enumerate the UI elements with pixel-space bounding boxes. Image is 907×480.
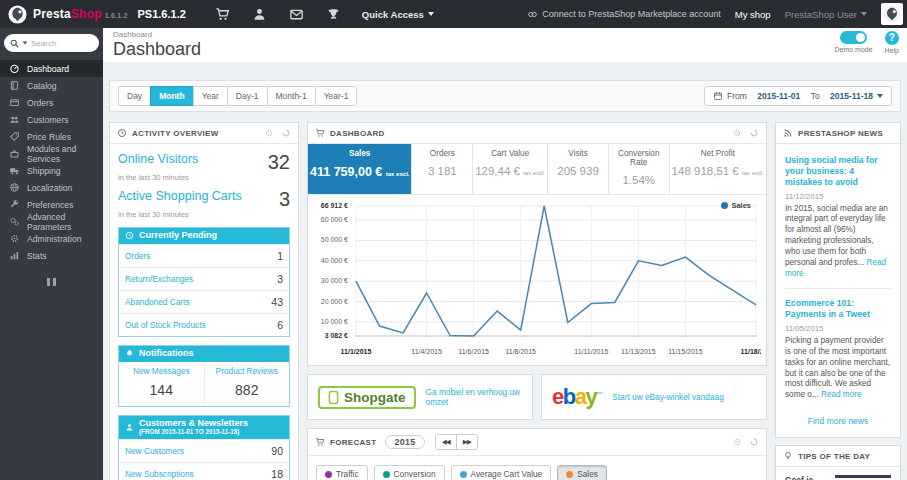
refresh-icon[interactable]: [749, 437, 759, 447]
sidebar-item-localization[interactable]: Localization: [0, 179, 103, 196]
sidebar-search[interactable]: [4, 34, 99, 52]
table-row[interactable]: Out of Stock Products6: [119, 313, 289, 336]
range-month-button[interactable]: Month: [150, 86, 194, 106]
date-toolbar: Day Month Year Day-1 Month-1 Year-1 From…: [109, 80, 901, 112]
globe-icon: [9, 182, 20, 193]
gear-icon[interactable]: [732, 128, 742, 138]
breadcrumb[interactable]: Dashboard: [113, 30, 897, 39]
sidebar-item-advanced-parameters[interactable]: Advanced Parameters: [0, 213, 103, 230]
customers-quick-icon[interactable]: [252, 7, 267, 22]
kpi-tab-cart-value[interactable]: Cart Value129,44 € tax excl.: [473, 144, 548, 194]
forecast-year[interactable]: 2015: [385, 435, 424, 449]
trophy-icon[interactable]: [326, 7, 341, 22]
forecast-prev-button[interactable]: ◀◀: [435, 434, 457, 450]
search-input[interactable]: [31, 39, 83, 48]
date-range-picker[interactable]: From 2015-11-01 To 2015-11-18: [704, 86, 892, 106]
prestashop-logo-icon: [8, 5, 27, 24]
kpi-tab-visits[interactable]: Visits205 939: [548, 144, 609, 194]
chart-plot-area[interactable]: [355, 205, 757, 337]
article-title[interactable]: Using social media for your business: 4 …: [785, 155, 891, 188]
shop-name[interactable]: PS1.6.1.2: [138, 8, 186, 20]
toggle-average-cart-value[interactable]: Average Cart Value: [451, 465, 552, 480]
demo-mode-toggle[interactable]: [840, 31, 867, 44]
sidebar-item-modules[interactable]: Modules and Services: [0, 145, 103, 162]
sidebar-item-catalog[interactable]: Catalog: [0, 77, 103, 94]
active-carts-link[interactable]: Active Shopping Carts: [118, 189, 242, 203]
ebay-ad[interactable]: ebay™ Start uw eBay-winkel vandaag: [541, 374, 767, 420]
range-month-1-button[interactable]: Month-1: [267, 86, 316, 106]
refresh-icon[interactable]: [749, 128, 759, 138]
user-avatar[interactable]: [881, 3, 903, 25]
table-row[interactable]: Orders1: [119, 244, 289, 267]
table-row[interactable]: New Subscriptions18: [119, 462, 289, 480]
range-day-1-button[interactable]: Day-1: [227, 86, 268, 106]
shopgate-link[interactable]: Ga mobiel en verhoog uw omzet: [426, 387, 522, 407]
section-title: Currently Pending: [139, 231, 217, 241]
sidebar-item-administration[interactable]: Administration: [0, 230, 103, 247]
lightbulb-icon: [783, 451, 793, 461]
kpi-tab-sales[interactable]: Sales411 759,00 € tax excl.: [308, 144, 412, 194]
table-row[interactable]: Abandoned Carts43: [119, 290, 289, 313]
marketplace-link[interactable]: Connect to PrestaShop Marketplace accoun…: [527, 9, 721, 20]
chevron-down-icon: [23, 41, 28, 44]
sidebar-item-shipping[interactable]: Shipping: [0, 162, 103, 179]
gear-icon[interactable]: [732, 437, 742, 447]
cart-icon[interactable]: [215, 7, 230, 22]
forecast-toggles: Traffic Conversion Average Cart Value Sa…: [308, 456, 766, 480]
credit-card-icon: [9, 97, 20, 108]
range-button-group: Day Month Year Day-1 Month-1 Year-1: [118, 86, 357, 106]
range-year-1-button[interactable]: Year-1: [315, 86, 358, 106]
panel-title: DASHBOARD: [330, 129, 385, 138]
sidebar-item-dashboard[interactable]: Dashboard: [0, 60, 103, 77]
panel-title: TIPS OF THE DAY: [798, 452, 870, 461]
article-date: 11/12/2015: [785, 192, 891, 201]
currently-pending-table: Currently Pending Orders1 Return/Exchang…: [118, 227, 290, 337]
article-title[interactable]: Ecommerce 101: Payments in a Tweet: [785, 298, 891, 320]
help-icon[interactable]: ?: [885, 31, 899, 45]
toggle-conversion[interactable]: Conversion: [374, 465, 445, 480]
main-content: Dashboard Dashboard Demo mode ? Help Day…: [103, 28, 907, 480]
sidebar-item-customers[interactable]: Customers: [0, 111, 103, 128]
shopgate-logo: Shopgate: [318, 386, 416, 409]
refresh-icon[interactable]: [281, 128, 291, 138]
sidebar-item-orders[interactable]: Orders: [0, 94, 103, 111]
table-row[interactable]: Return/Exchanges3: [119, 267, 289, 290]
user-menu[interactable]: PrestaShop User: [785, 9, 867, 20]
collapse-menu-button[interactable]: [46, 278, 58, 286]
sidebar-item-stats[interactable]: Stats: [0, 247, 103, 264]
my-shop-link[interactable]: My shop: [735, 9, 771, 20]
chevron-down-icon: [428, 12, 434, 16]
news-article: Ecommerce 101: Payments in a Tweet 11/05…: [785, 288, 891, 410]
sidebar-item-price-rules[interactable]: Price Rules: [0, 128, 103, 145]
toggle-traffic[interactable]: Traffic: [316, 465, 368, 480]
read-more-link[interactable]: Read more: [821, 390, 862, 399]
gear-icon[interactable]: [264, 128, 274, 138]
new-messages-cell[interactable]: New Messages144: [119, 362, 204, 406]
forecast-next-button[interactable]: ▶▶: [456, 434, 478, 450]
notifications-table: Notifications New Messages144 Product Re…: [118, 345, 290, 407]
dashboard-trends-panel: DASHBOARD Sales411 759,00 € tax excl. Or…: [307, 122, 767, 366]
cogs-icon: [9, 216, 20, 227]
shopgate-ad[interactable]: Shopgate Ga mobiel en verhoog uw omzet: [307, 374, 533, 420]
article-excerpt: In 2015, social media are an integral pa…: [785, 204, 891, 280]
range-day-button[interactable]: Day: [118, 86, 151, 106]
quick-access-menu[interactable]: Quick Access: [362, 9, 434, 20]
tips-of-the-day-panel: TIPS OF THE DAY ingenico Payment service…: [775, 445, 901, 480]
table-row[interactable]: New Customers90: [119, 439, 289, 462]
forecast-panel: FORECAST 2015 ◀◀ ▶▶ Traffic Conversion A…: [307, 428, 767, 480]
sidebar-item-preferences[interactable]: Preferences: [0, 196, 103, 213]
article-date: 11/05/2015: [785, 324, 891, 333]
product-reviews-cell[interactable]: Product Reviews882: [204, 362, 290, 406]
find-more-news-link[interactable]: Find more news: [785, 410, 891, 428]
person-icon: [125, 423, 134, 432]
online-visitors-link[interactable]: Online Visitors: [118, 152, 198, 166]
range-year-button[interactable]: Year: [193, 86, 228, 106]
ebay-link[interactable]: Start uw eBay-winkel vandaag: [612, 392, 724, 402]
kpi-tab-net-profit[interactable]: Net Profit148 918,51 € tax excl.: [670, 144, 766, 194]
kpi-tab-conversion-rate[interactable]: Conversion Rate1.54%: [609, 144, 670, 194]
kpi-tab-orders[interactable]: Orders3 181: [412, 144, 473, 194]
news-article: Using social media for your business: 4 …: [785, 151, 891, 288]
messages-icon[interactable]: [289, 7, 304, 22]
prestashop-logo[interactable]: PrestaShop1.6.1.2: [0, 5, 138, 24]
toggle-sales[interactable]: Sales: [557, 465, 607, 480]
